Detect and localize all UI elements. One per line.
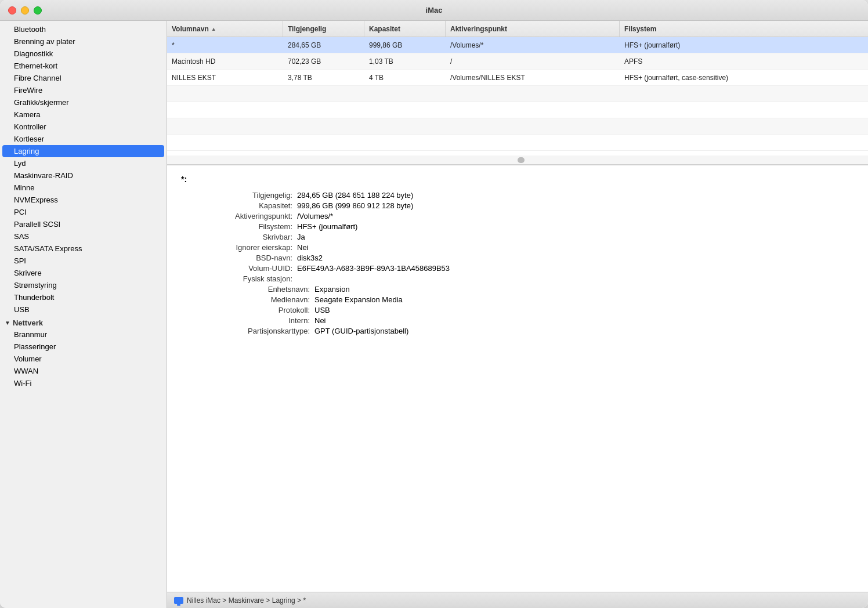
label-partisjonskarttype: Partisjonskarttype: xyxy=(181,327,314,335)
value-skrivbar: Ja xyxy=(297,233,854,241)
empty-rows xyxy=(167,86,868,155)
sidebar-item-spi[interactable]: SPI xyxy=(2,255,164,267)
sidebar-item-brannmur[interactable]: Brannmur xyxy=(2,328,164,341)
table-row[interactable]: Macintosh HD 702,23 GB 1,03 TB / APFS xyxy=(167,53,868,70)
sidebar-item-kortleser[interactable]: Kortleser xyxy=(2,133,164,145)
table-row[interactable]: * 284,65 GB 999,86 GB /Volumes/* HFS+ (j… xyxy=(167,37,868,53)
col-kapasitet-label: Kapasitet xyxy=(369,25,400,33)
label-bsd-navn: BSD-navn: xyxy=(181,254,297,262)
value-kapasitet: 999,86 GB (999 860 912 128 byte) xyxy=(297,201,854,210)
sidebar-item-bluetooth[interactable]: Bluetooth xyxy=(2,23,164,35)
sidebar-item-parallell-scsi[interactable]: Parallell SCSI xyxy=(2,218,164,230)
triangle-icon: ▼ xyxy=(5,320,10,326)
value-partisjonskarttype: GPT (GUID-partisjonstabell) xyxy=(314,327,854,335)
minimize-button[interactable] xyxy=(21,6,29,15)
cell-volumnavn-0: * xyxy=(167,41,283,49)
sidebar-item-grafikk[interactable]: Grafikk/skjermer xyxy=(2,96,164,108)
sidebar-item-kontroller[interactable]: Kontroller xyxy=(2,121,164,133)
sidebar-item-minne[interactable]: Minne xyxy=(2,182,164,194)
label-kapasitet: Kapasitet: xyxy=(181,201,297,210)
sidebar-item-usb[interactable]: USB xyxy=(2,303,164,316)
main-panel: Volumnavn ▲ Tilgjengelig Kapasitet Aktiv… xyxy=(167,21,868,608)
label-aktiveringspunkt: Aktiveringspunkt: xyxy=(181,212,297,220)
table-header: Volumnavn ▲ Tilgjengelig Kapasitet Aktiv… xyxy=(167,21,868,37)
value-protokoll: USB xyxy=(314,306,854,314)
cell-volumnavn-2: NILLES EKST xyxy=(167,74,283,82)
sidebar-item-nvmexpress[interactable]: NVMExpress xyxy=(2,194,164,206)
value-volum-uuid: E6FE49A3-A683-3B9F-89A3-1BA458689B53 xyxy=(297,264,854,273)
label-fysisk-stasjon: Fysisk stasjon: xyxy=(181,274,297,283)
value-intern: Nei xyxy=(314,316,854,325)
sidebar-item-thunderbolt[interactable]: Thunderbolt xyxy=(2,291,164,303)
col-volumnavn[interactable]: Volumnavn ▲ xyxy=(167,21,283,37)
cell-kapasitet-1: 1,03 TB xyxy=(364,57,446,66)
sidebar-item-fibre[interactable]: Fibre Channel xyxy=(2,72,164,84)
detail-title: *: xyxy=(181,175,854,184)
value-tilgjengelig: 284,65 GB (284 651 188 224 byte) xyxy=(297,191,854,200)
cell-tilgjengelig-1: 702,23 GB xyxy=(283,57,364,66)
empty-row xyxy=(167,102,868,118)
table-area: Volumnavn ▲ Tilgjengelig Kapasitet Aktiv… xyxy=(167,21,868,165)
sidebar-item-brenning[interactable]: Brenning av plater xyxy=(2,35,164,48)
col-filsystem-label: Filsystem xyxy=(624,25,656,33)
sidebar-item-wwan[interactable]: WWAN xyxy=(2,365,164,377)
sidebar-item-firewire[interactable]: FireWire xyxy=(2,84,164,96)
label-intern: Intern: xyxy=(181,316,314,325)
cell-aktiveringspunkt-0: /Volumes/* xyxy=(446,41,620,49)
detail-grid: Tilgjengelig: 284,65 GB (284 651 188 224… xyxy=(181,191,854,283)
sidebar-item-skrivere[interactable]: Skrivere xyxy=(2,267,164,279)
sidebar-item-lyd[interactable]: Lyd xyxy=(2,157,164,169)
value-enhetsnavn: Expansion xyxy=(314,285,854,294)
table-row[interactable]: NILLES EKST 3,78 TB 4 TB /Volumes/NILLES… xyxy=(167,70,868,86)
label-skrivbar: Skrivbar: xyxy=(181,233,297,241)
cell-filsystem-0: HFS+ (journalført) xyxy=(620,41,868,49)
breadcrumb: Nilles iMac > Maskinvare > Lagring > * xyxy=(187,596,306,605)
sidebar-item-ethernet[interactable]: Ethernet-kort xyxy=(2,60,164,72)
fysisk-stasjon-detail: Enhetsnavn: Expansion Medienavn: Seagate… xyxy=(181,285,854,335)
col-filsystem[interactable]: Filsystem xyxy=(620,21,868,37)
cell-filsystem-2: HFS+ (journalført, case-sensitive) xyxy=(620,74,868,82)
horizontal-scrollbar[interactable] xyxy=(167,155,868,165)
scroll-knob[interactable] xyxy=(518,157,525,163)
label-filsystem: Filsystem: xyxy=(181,222,297,231)
sidebar-item-stromstyring[interactable]: Strømstyring xyxy=(2,279,164,291)
empty-row xyxy=(167,118,868,135)
cell-tilgjengelig-0: 284,65 GB xyxy=(283,41,364,49)
sidebar-item-sata[interactable]: SATA/SATA Express xyxy=(2,243,164,255)
label-tilgjengelig: Tilgjengelig: xyxy=(181,191,297,200)
cell-kapasitet-0: 999,86 GB xyxy=(364,41,446,49)
sidebar-item-diagnostikk[interactable]: Diagnostikk xyxy=(2,48,164,60)
value-medienavn: Seagate Expansion Media xyxy=(314,295,854,304)
sidebar-section-nettverk[interactable]: ▼ Nettverk xyxy=(0,316,167,328)
window-controls xyxy=(8,6,42,15)
cell-volumnavn-1: Macintosh HD xyxy=(167,57,283,66)
sidebar-item-pci[interactable]: PCI xyxy=(2,206,164,218)
col-aktiveringspunkt-label: Aktiveringspunkt xyxy=(450,25,507,33)
sidebar-item-lagring[interactable]: Lagring xyxy=(2,145,164,157)
window-title: iMac xyxy=(426,6,443,15)
label-volum-uuid: Volum-UUID: xyxy=(181,264,297,273)
detail-area: *: Tilgjengelig: 284,65 GB (284 651 188 … xyxy=(167,165,868,592)
col-tilgjengelig[interactable]: Tilgjengelig xyxy=(283,21,364,37)
sidebar-item-sas[interactable]: SAS xyxy=(2,230,164,243)
cell-filsystem-1: APFS xyxy=(620,57,868,66)
sidebar-item-plasseringer[interactable]: Plasseringer xyxy=(2,341,164,353)
cell-kapasitet-2: 4 TB xyxy=(364,74,446,82)
close-button[interactable] xyxy=(8,6,16,15)
label-protokoll: Protokoll: xyxy=(181,306,314,314)
col-aktiveringspunkt[interactable]: Aktiveringspunkt xyxy=(446,21,620,37)
empty-row xyxy=(167,135,868,151)
sidebar: Bluetooth Brenning av plater Diagnostikk… xyxy=(0,21,167,608)
sidebar-item-maskinvare-raid[interactable]: Maskinvare-RAID xyxy=(2,169,164,182)
maximize-button[interactable] xyxy=(34,6,42,15)
status-bar: Nilles iMac > Maskinvare > Lagring > * xyxy=(167,592,868,608)
col-kapasitet[interactable]: Kapasitet xyxy=(364,21,446,37)
sidebar-item-volumer[interactable]: Volumer xyxy=(2,353,164,365)
sidebar-item-kamera[interactable]: Kamera xyxy=(2,108,164,121)
section-label: Nettverk xyxy=(13,319,43,327)
sidebar-item-wifi[interactable]: Wi-Fi xyxy=(2,377,164,389)
value-fysisk-stasjon-empty xyxy=(297,274,854,283)
cell-aktiveringspunkt-1: / xyxy=(446,57,620,66)
label-enhetsnavn: Enhetsnavn: xyxy=(181,285,314,294)
cell-tilgjengelig-2: 3,78 TB xyxy=(283,74,364,82)
